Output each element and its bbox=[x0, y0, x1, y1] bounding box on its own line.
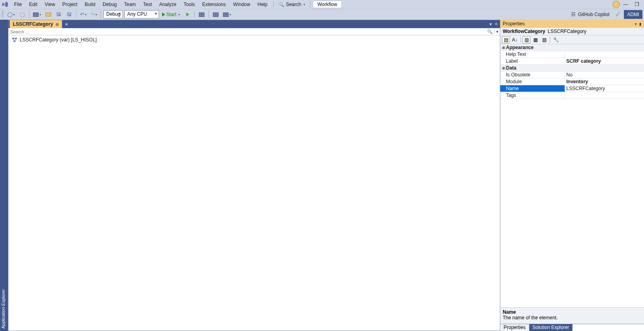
editor-pane: LSSCRFCategory ⊕ ✕ ▾ ✧ 🔍 ▾ LSSCRFCategor… bbox=[8, 20, 500, 331]
menu-file[interactable]: File bbox=[10, 0, 25, 8]
toolbar-separator bbox=[29, 11, 29, 18]
menu-window[interactable]: Window bbox=[229, 0, 254, 8]
toolbar-btn-1[interactable] bbox=[197, 10, 206, 19]
editor-search-input[interactable] bbox=[8, 29, 485, 35]
tab-tools: ▾ ✧ bbox=[489, 20, 500, 28]
properties-object-type: WorkflowCategory bbox=[503, 29, 545, 34]
property-value[interactable] bbox=[565, 92, 644, 99]
properties-window-pin[interactable]: ▮ bbox=[639, 22, 642, 26]
property-group[interactable]: ▣ Data bbox=[500, 65, 644, 72]
property-name: Is Obsolete bbox=[500, 72, 565, 78]
menu-separator bbox=[273, 1, 274, 8]
properties-title-bar: Properties ▾ ▮ bbox=[500, 20, 644, 28]
toolbar-grip[interactable] bbox=[2, 11, 4, 18]
user-avatar[interactable] bbox=[613, 1, 620, 8]
property-value[interactable]: LSSCRFCategory bbox=[565, 85, 644, 92]
property-value[interactable]: Inventory bbox=[565, 78, 644, 85]
save-button[interactable]: 🖫 bbox=[54, 10, 63, 19]
open-folder-icon bbox=[45, 12, 51, 16]
property-tb-btn-3[interactable]: ▥ bbox=[522, 36, 530, 43]
open-file-button[interactable] bbox=[44, 10, 53, 19]
collapse-icon[interactable]: ▣ bbox=[501, 66, 506, 70]
undo-button[interactable]: ↶▾ bbox=[79, 10, 88, 19]
toolbar-btn-3[interactable]: ▾ bbox=[222, 10, 232, 19]
menu-team[interactable]: Team bbox=[120, 0, 139, 8]
menubar-search[interactable]: 🔍 Search ▾ bbox=[276, 2, 308, 7]
menu-help[interactable]: Help bbox=[254, 0, 271, 8]
document-tab-title: LSSCRFCategory bbox=[13, 21, 53, 27]
alphabetical-button[interactable]: A↓ bbox=[511, 36, 519, 43]
nav-forward-button[interactable]: ◯ bbox=[18, 10, 27, 19]
document-tab-row: LSSCRFCategory ⊕ ✕ ▾ ✧ bbox=[8, 20, 500, 28]
menu-project[interactable]: Project bbox=[59, 0, 81, 8]
property-row[interactable]: Module Inventory bbox=[500, 78, 644, 85]
redo-button[interactable]: ↷▾ bbox=[89, 10, 98, 19]
solution-platform-dropdown[interactable]: Any CPU bbox=[124, 10, 159, 19]
new-project-icon bbox=[33, 12, 39, 17]
property-row[interactable]: Tags bbox=[500, 92, 644, 99]
window-minimize[interactable]: — bbox=[620, 1, 631, 8]
menubar: File Edit View Project Build Debug Team … bbox=[0, 0, 644, 9]
document-tab-close[interactable]: ✕ bbox=[63, 20, 70, 28]
window-restore[interactable]: ❐ bbox=[631, 1, 642, 8]
categorized-icon: ▤ bbox=[504, 37, 508, 43]
menu-tools[interactable]: Tools bbox=[180, 0, 198, 8]
search-options-dropdown[interactable]: ▾ bbox=[494, 29, 500, 34]
wrench-icon: 🔧 bbox=[553, 37, 559, 43]
active-doc-indicator[interactable]: Workflow bbox=[313, 1, 341, 8]
search-icon: 🔍 bbox=[279, 2, 284, 7]
tab-properties[interactable]: Properties bbox=[500, 324, 529, 331]
menu-edit[interactable]: Edit bbox=[25, 0, 41, 8]
tree-item-label: LSSCRFCategory (var) [LS_HISOL] bbox=[20, 37, 97, 43]
solution-config-dropdown[interactable]: Debug bbox=[103, 10, 123, 19]
categorized-button[interactable]: ▤ bbox=[502, 36, 510, 43]
nav-back-button[interactable]: ◯▾ bbox=[6, 10, 16, 19]
menu-extensions[interactable]: Extensions bbox=[198, 0, 229, 8]
editor-search-row: 🔍 ▾ bbox=[8, 28, 500, 35]
properties-object-header[interactable]: WorkflowCategory LSSCRFCategory bbox=[500, 28, 644, 35]
main-toolbar: ◯▾ ◯ ▾ 🖫 🖫 ↶▾ ↷▾ Debug Any CPU Start ▾ ▾… bbox=[0, 9, 644, 20]
menu-build[interactable]: Build bbox=[81, 0, 99, 8]
tree-root-item[interactable]: LSSCRFCategory (var) [LS_HISOL] bbox=[12, 37, 497, 43]
toolbar-separator bbox=[194, 11, 195, 18]
tab-solution-explorer[interactable]: Solution Explorer bbox=[529, 324, 573, 331]
properties-description: Name The name of the element. bbox=[500, 307, 644, 324]
property-group[interactable]: ▣ Appearance bbox=[500, 44, 644, 51]
redo-icon: ↷ bbox=[91, 12, 95, 17]
property-value[interactable]: No bbox=[565, 72, 644, 78]
tab-options-button[interactable]: ✧ bbox=[494, 21, 498, 27]
properties-window-dropdown[interactable]: ▾ bbox=[635, 22, 637, 26]
svg-rect-2 bbox=[13, 41, 15, 42]
property-row[interactable]: Is Obsolete No bbox=[500, 72, 644, 78]
search-label: Search bbox=[286, 2, 301, 7]
new-project-button[interactable]: ▾ bbox=[32, 10, 42, 19]
document-tab[interactable]: LSSCRFCategory ⊕ bbox=[10, 20, 62, 28]
search-icon[interactable]: 🔍 bbox=[485, 29, 494, 34]
property-tb-btn-5[interactable]: ▧ bbox=[540, 36, 548, 43]
property-row-selected[interactable]: Name LSSCRFCategory bbox=[500, 85, 644, 92]
property-value[interactable]: SCRF category bbox=[565, 58, 644, 64]
application-explorer-tab[interactable]: Application Explorer bbox=[0, 20, 8, 331]
property-tb-btn-4[interactable]: ▦ bbox=[531, 36, 539, 43]
admin-badge[interactable]: ADMI bbox=[624, 10, 642, 19]
property-row[interactable]: Label SCRF category bbox=[500, 58, 644, 65]
property-name: Tags bbox=[500, 92, 565, 99]
start-without-debug-button[interactable] bbox=[183, 10, 192, 19]
tab-overflow-button[interactable]: ▾ bbox=[489, 21, 492, 27]
feedback-button[interactable]: ☄ bbox=[613, 10, 622, 19]
toolbar-btn-2[interactable] bbox=[211, 10, 220, 19]
property-value[interactable] bbox=[565, 51, 644, 58]
start-debug-button[interactable]: Start ▾ bbox=[161, 10, 182, 19]
save-icon: 🖫 bbox=[56, 12, 61, 17]
menu-test[interactable]: Test bbox=[140, 0, 156, 8]
github-copilot-button[interactable]: ☵ GitHub Copilot bbox=[569, 12, 612, 17]
description-text: The name of the element. bbox=[503, 315, 642, 321]
collapse-icon[interactable]: ▣ bbox=[501, 45, 506, 49]
property-row[interactable]: Help Text bbox=[500, 51, 644, 58]
pin-icon[interactable]: ⊕ bbox=[56, 22, 59, 27]
save-all-button[interactable]: 🖫 bbox=[65, 10, 74, 19]
menu-debug[interactable]: Debug bbox=[99, 0, 120, 8]
property-pages-button[interactable]: 🔧 bbox=[552, 36, 560, 43]
menu-analyze[interactable]: Analyze bbox=[156, 0, 180, 8]
menu-view[interactable]: View bbox=[41, 0, 59, 8]
